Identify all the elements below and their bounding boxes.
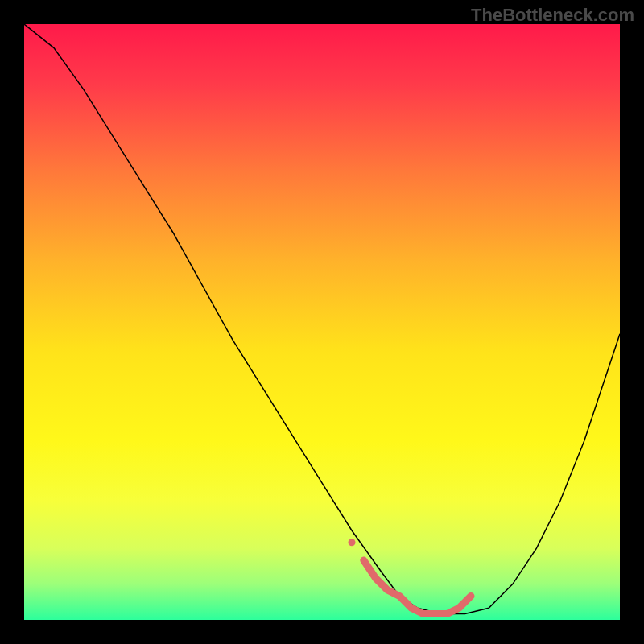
gradient-background [24,24,620,620]
plot-area [24,24,620,620]
chart-svg [24,24,620,620]
series-highlight-dot-point [349,539,356,546]
watermark-text: TheBottleneck.com [471,5,634,26]
chart-container: TheBottleneck.com [0,0,644,644]
